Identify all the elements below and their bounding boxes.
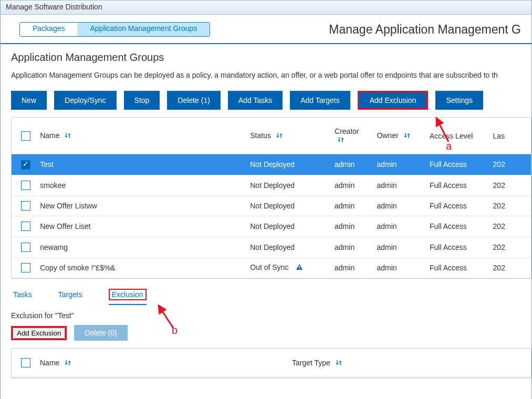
- top-tab-area: Packages Application Management Groups M…: [1, 15, 531, 37]
- sort-icon: [65, 359, 71, 368]
- cell-name: Test: [36, 154, 246, 175]
- row-checkbox[interactable]: [21, 181, 30, 190]
- row-checkbox[interactable]: [21, 222, 30, 231]
- cell-name: smoke: [36, 278, 246, 279]
- cell-status: Not Deployed: [246, 154, 330, 175]
- col-name[interactable]: Name: [36, 118, 246, 154]
- col-access-label: Access Level: [430, 132, 473, 140]
- tab-packages[interactable]: Packages: [20, 23, 77, 36]
- cell-status: Deployed: [246, 278, 330, 279]
- highlight-add-exclusion-2: Add Exclusion: [11, 326, 67, 340]
- content-area: Packages Application Management Groups M…: [1, 15, 531, 379]
- table-row[interactable]: New Offer ListwwNot DeployedadminadminFu…: [12, 195, 531, 216]
- add-tasks-button[interactable]: Add Tasks: [228, 91, 283, 110]
- warning-icon: [296, 264, 303, 272]
- main-tabgroup: Packages Application Management Groups: [19, 22, 210, 37]
- col-name-label: Name: [40, 131, 59, 140]
- col-creator-label: Creator: [335, 127, 359, 135]
- sort-icon: [336, 359, 342, 368]
- sort-icon: [338, 136, 344, 144]
- table-row[interactable]: New Offer LisetNot DeployedadminadminFul…: [12, 216, 531, 237]
- cell-last: 202: [489, 175, 531, 195]
- exclusion-section-title: Exclusion for "Test": [11, 311, 531, 320]
- cell-name: Copy of smoke !"£$%&: [36, 257, 246, 278]
- col-creator[interactable]: Creator: [330, 118, 372, 154]
- cell-creator: admin: [330, 237, 372, 257]
- cell-status: Not Deployed: [246, 175, 330, 195]
- delete-button[interactable]: Delete (1): [167, 91, 220, 110]
- cell-status: Not Deployed: [246, 237, 330, 257]
- col-owner[interactable]: Owner: [372, 118, 425, 154]
- exclusion-delete-button[interactable]: Delete (0): [74, 325, 127, 341]
- cell-owner: admin: [372, 278, 425, 279]
- add-targets-button[interactable]: Add Targets: [290, 91, 350, 110]
- table-row[interactable]: smokeeNot DeployedadminadminFull Access2…: [12, 175, 531, 195]
- col-owner-label: Owner: [377, 131, 398, 140]
- cell-status: Not Deployed: [246, 195, 330, 216]
- settings-button[interactable]: Settings: [435, 91, 483, 110]
- row-checkbox[interactable]: [21, 263, 30, 272]
- tab-amg[interactable]: Application Management Groups: [77, 23, 210, 36]
- cell-creator: admin: [330, 195, 372, 216]
- window-title: Manage Software Distribution: [6, 3, 102, 11]
- cell-last: 202: [489, 278, 531, 279]
- groups-table: Name Status: [12, 118, 531, 279]
- section-description: Application Management Groups can be dep…: [11, 71, 531, 79]
- cell-name: smokee: [36, 175, 246, 195]
- col-access[interactable]: Access Level: [425, 118, 489, 154]
- exclusion-add-button[interactable]: Add Exclusion: [13, 328, 65, 339]
- cell-creator: admin: [330, 216, 372, 237]
- window-titlebar: Manage Software Distribution: [1, 0, 531, 15]
- cell-access: Full Access: [425, 216, 489, 237]
- cell-creator: admin: [330, 154, 372, 175]
- row-checkbox[interactable]: [21, 201, 30, 211]
- col-last[interactable]: Las: [489, 118, 531, 154]
- cell-owner: admin: [372, 195, 425, 216]
- subtab-targets[interactable]: Targets: [58, 290, 82, 302]
- table-row[interactable]: newamgNot DeployedadminadminFull Access2…: [12, 237, 531, 257]
- svg-rect-0: [299, 266, 300, 268]
- cell-owner: admin: [372, 237, 425, 257]
- groups-table-wrap: Name Status: [11, 117, 531, 279]
- new-button[interactable]: New: [11, 91, 47, 110]
- detail-subtabs: Tasks Targets Exclusion: [11, 290, 531, 302]
- section-title: Application Management Groups: [11, 51, 531, 64]
- cell-last: 202: [489, 154, 531, 175]
- table-row[interactable]: Copy of smoke !"£$%&Out of Syncadminadmi…: [12, 257, 531, 278]
- cell-owner: admin: [372, 216, 425, 237]
- cell-owner: admin: [372, 175, 425, 195]
- cell-access: Full Access: [425, 195, 489, 216]
- cell-name: newamg: [36, 237, 246, 257]
- subtab-exclusion-label: Exclusion: [112, 290, 143, 299]
- window: Manage Software Distribution Packages Ap…: [0, 0, 532, 399]
- cell-access: Full Access: [425, 278, 489, 279]
- cell-access: Full Access: [425, 237, 489, 257]
- exclusion-header-row: Name Target Type: [12, 349, 531, 377]
- subtab-exclusion[interactable]: Exclusion: [109, 290, 147, 302]
- col-target-type-label: Target Type: [292, 359, 330, 367]
- row-checkbox[interactable]: [21, 160, 30, 170]
- exclusion-select-all-checkbox[interactable]: [21, 358, 30, 368]
- row-checkbox[interactable]: [21, 243, 30, 252]
- col-target-type[interactable]: Target Type: [288, 349, 531, 377]
- cell-access: Full Access: [425, 154, 489, 175]
- cell-last: 202: [489, 216, 531, 237]
- col-status-label: Status: [250, 131, 271, 140]
- cell-owner: admin: [372, 154, 425, 175]
- table-header-row: Name Status: [12, 118, 531, 154]
- add-exclusion-button[interactable]: Add Exclusion: [359, 92, 427, 108]
- subtab-tasks[interactable]: Tasks: [13, 290, 32, 302]
- highlight-add-exclusion: Add Exclusion: [358, 91, 429, 110]
- sort-icon: [65, 132, 71, 140]
- col-status[interactable]: Status: [246, 118, 330, 154]
- action-bar: New Deploy/Sync Stop Delete (1) Add Task…: [11, 91, 531, 110]
- select-all-checkbox[interactable]: [21, 131, 30, 141]
- table-row[interactable]: smokeDeployedadminadminFull Access202: [12, 278, 531, 279]
- exclusion-table: Name Target Type: [12, 349, 531, 377]
- col-last-label: Las: [493, 132, 505, 140]
- table-row[interactable]: TestNot DeployedadminadminFull Access202: [12, 154, 531, 175]
- deploy-sync-button[interactable]: Deploy/Sync: [54, 91, 117, 110]
- col-excl-name[interactable]: Name: [36, 349, 288, 377]
- sort-icon: [404, 132, 410, 140]
- stop-button[interactable]: Stop: [124, 91, 160, 110]
